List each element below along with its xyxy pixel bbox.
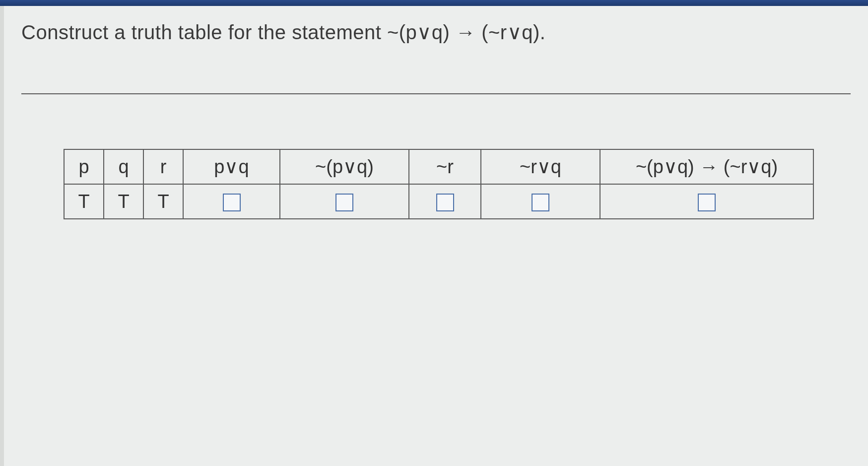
answer-input-not-r[interactable] — [436, 194, 454, 211]
answer-input-result[interactable] — [698, 194, 716, 211]
question-prompt: Construct a truth table for the statemen… — [21, 21, 851, 44]
col-header-r: r — [143, 149, 183, 184]
col-header-pvq: p∨q — [183, 149, 280, 184]
cell-notr-v-q — [481, 184, 600, 219]
section-divider — [21, 93, 851, 94]
cell-result — [600, 184, 813, 219]
answer-input-not-pvq[interactable] — [335, 194, 353, 211]
cell-pvq — [183, 184, 280, 219]
table-header-row: p q r p∨q ~(p∨q) ~r ~r∨q ~(p∨q) → (~r∨q) — [64, 149, 813, 184]
cell-p: T — [64, 184, 104, 219]
col-header-not-pvq: ~(p∨q) — [280, 149, 409, 184]
truth-table: p q r p∨q ~(p∨q) ~r ~r∨q ~(p∨q) → (~r∨q)… — [64, 149, 814, 219]
col-header-p: p — [64, 149, 104, 184]
cell-not-pvq — [280, 184, 409, 219]
window-top-bar — [0, 0, 868, 6]
cell-r: T — [143, 184, 183, 219]
table-row: T T T — [64, 184, 813, 219]
col-header-not-r: ~r — [409, 149, 481, 184]
truth-table-container: p q r p∨q ~(p∨q) ~r ~r∨q ~(p∨q) → (~r∨q)… — [21, 149, 851, 219]
cell-q: T — [104, 184, 143, 219]
question-panel: Construct a truth table for the statemen… — [0, 6, 868, 466]
answer-input-notr-v-q[interactable] — [532, 194, 549, 211]
col-header-q: q — [104, 149, 143, 184]
cell-not-r — [409, 184, 481, 219]
answer-input-pvq[interactable] — [223, 194, 241, 211]
col-header-result: ~(p∨q) → (~r∨q) — [600, 149, 813, 184]
col-header-notr-v-q: ~r∨q — [481, 149, 600, 184]
